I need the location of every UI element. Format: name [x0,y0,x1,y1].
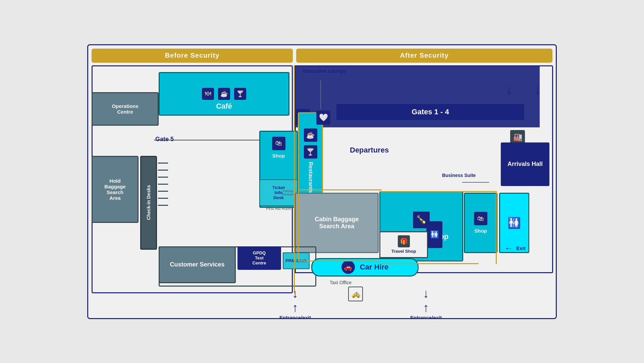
arrow-down-1: ↓ [506,82,513,97]
restaurant-icon: 🍽 [202,88,214,100]
airport-map: Before Security After Security Operation… [87,44,557,319]
travel-shop-icon: 🎁 [398,235,410,247]
shop-right: 🛍 Shop [464,193,497,253]
first-aid-label: First Aid Room [266,206,292,211]
entrance-exit-right: ↓ ↑ Entrance/exit [410,287,442,319]
checkin-desks-label: Check-in Desks [146,185,151,220]
restaurants-label: Restaurants [308,162,314,193]
glove-symbol: 🤍 [319,113,328,122]
checkin-desks: Check-in Desks [140,156,157,250]
cabin-baggage-label: Cabin BaggageSearch Area [315,216,359,230]
cafe-area: 🍽 ☕ 🍸 Café [159,72,289,116]
restroom-duty-icon: 🚻 [430,230,439,239]
shop-right-icon: 🛍 [474,212,487,225]
exit-label: ← Exit [504,243,526,254]
entrance-right-arrow-down: ↓ [410,287,442,301]
glove-icon: 🤍 [316,111,330,125]
taxi-office-text: Taxi Office [330,280,352,285]
entrance-left-arrow-down: ↓ [279,287,311,301]
customer-services: Customer Services [159,246,236,283]
gate5-line [154,140,271,140]
coffee-rest-icon: ☕ [304,128,317,142]
exec-lounge-line [320,80,321,109]
shop-label: Shop [272,153,285,159]
gold-path-vertical-right [496,191,497,264]
arrow-down-2: ↓ [534,82,541,97]
business-suite-line [462,182,489,183]
checkin-desk-lines [158,163,168,206]
cafe-label: Café [216,102,232,111]
hold-baggage-label: HoldBaggageSearchArea [104,178,125,201]
arrivals-hall-label: Arrivals Hall [507,161,543,168]
gold-path-cabin-left [298,189,299,261]
gate5-label: Gate 5 [155,136,174,143]
parking-services-text: Parking Services [282,189,294,196]
arrivals-icon-symbol: 🏭 [513,133,522,142]
gpdq-test-centre: GPDQTestCentre [237,246,281,270]
operations-centre: OperationsCentre [92,92,159,126]
arrivals-hall: Arrivals Hall [501,142,549,186]
shop-icon: 🛍 [272,137,285,150]
cabin-baggage-search-area: Cabin BaggageSearch Area [295,193,379,253]
business-suite-label: Business Suite [442,173,476,178]
shop-right-label: Shop [474,228,487,234]
gold-path-bottom [379,263,479,264]
first-aid-room: First Aid Room [266,206,292,211]
gold-path-minor [298,208,299,213]
security-divider [294,65,295,293]
exec-lounge-text: Executive Lounge [303,68,346,74]
gates-1-4-label: Gates 1 - 4 [412,108,449,116]
entrance-exit-left-label: Entrance/exit [279,315,311,319]
travel-shop-label: Travel Shop [391,249,416,254]
exec-lounge-label: Executive Lounge [303,68,346,74]
coffee-icon: ☕ [218,88,230,100]
arrow-down-2-symbol: ↓ [534,82,541,97]
entrance-left-arrow-up: ↑ [279,301,311,315]
gpdq-label: GPDQTestCentre [252,250,266,265]
after-security-label: After Security [400,52,448,59]
before-security-label: Before Security [165,52,220,59]
header-before-security: Before Security [92,49,293,63]
travel-shop: 🎁 Travel Shop [379,231,428,258]
departures-text: Departures [350,146,389,154]
restroom-right-icon: 🚻 [507,217,521,229]
cocktail-icon: 🍸 [234,88,246,100]
taxi-icon: 🚕 [348,287,363,301]
cocktail-rest-icon: 🍸 [304,145,317,159]
business-suite-text: Business Suite [442,173,476,178]
entrance-exit-left: ↓ ↑ Entrance/exit [279,287,311,319]
car-hire-icon: 🚗 [341,260,355,274]
taxi-office-label: Taxi Office [330,280,352,285]
gold-path-mid [379,191,497,192]
entrance-exit-right-label: Entrance/exit [410,315,442,319]
restroom-duty-free: 🚻 [426,221,442,248]
customer-services-label: Customer Services [170,261,224,268]
header-after-security: After Security [296,49,552,63]
exit-text: Exit [516,245,526,251]
hold-baggage-area: HoldBaggageSearchArea [92,156,139,223]
gate5-text: Gate 5 [155,136,174,142]
car-hire-label: Car Hire [360,263,389,271]
taxi-symbol: 🚕 [351,290,360,298]
gold-path-cabin-top [298,189,382,190]
departures-label: Departures [350,146,389,155]
gates-1-4-bar: Gates 1 - 4 [336,104,524,120]
arrow-down-1-symbol: ↓ [506,82,513,97]
gold-path-cabin-bottom [298,260,379,261]
entrance-right-arrow-up: ↑ [410,301,442,315]
exit-arrow-icon: ← [504,243,514,254]
operations-centre-label: OperationsCentre [112,103,138,115]
cafe-icons: 🍽 ☕ 🍸 [202,88,246,100]
